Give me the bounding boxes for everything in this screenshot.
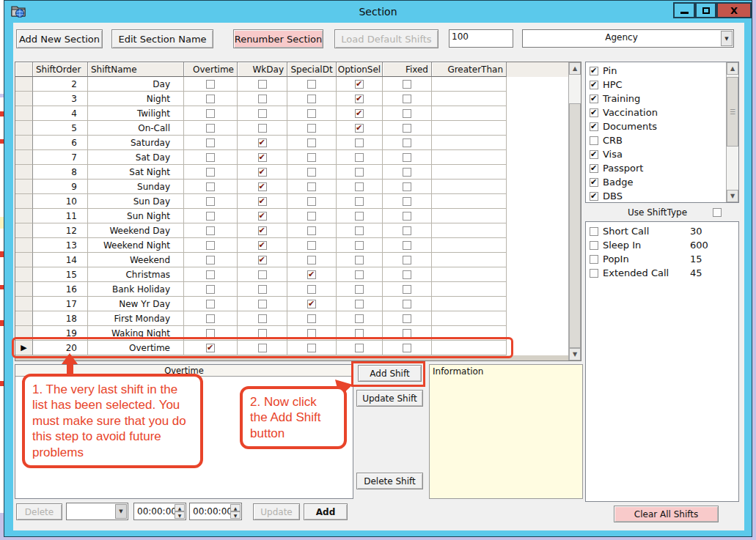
checkbox[interactable] (258, 80, 267, 89)
table-row[interactable]: 14Weekend (15, 253, 581, 267)
table-row[interactable]: 7Sat Day (15, 150, 581, 165)
maximize-button[interactable] (695, 2, 716, 18)
requirement-item[interactable]: Visa (586, 147, 738, 161)
requirement-item[interactable]: DBS (586, 189, 738, 203)
checkbox[interactable] (258, 285, 267, 294)
shift-type-item[interactable]: PopIn15 (586, 252, 738, 266)
spinner-up-icon[interactable]: ▲ (175, 504, 185, 511)
row-selector[interactable] (15, 267, 33, 282)
checkbox[interactable] (590, 67, 598, 75)
checkbox[interactable] (403, 314, 411, 323)
column-header[interactable]: ShiftName (88, 62, 184, 77)
checkbox[interactable] (355, 329, 364, 338)
row-selector[interactable] (15, 253, 33, 267)
table-row[interactable]: 17New Yr Day (15, 297, 581, 311)
checkbox[interactable] (307, 226, 316, 235)
scroll-down-icon[interactable]: ▼ (569, 348, 581, 360)
checkbox[interactable] (355, 256, 364, 265)
shift-combo[interactable]: ▼ (66, 503, 128, 520)
checkbox[interactable] (206, 168, 215, 177)
checkbox[interactable] (258, 329, 267, 338)
checkbox[interactable] (590, 227, 598, 236)
column-header[interactable]: ShiftOrder (33, 62, 88, 77)
checkbox[interactable] (206, 241, 215, 250)
shift-type-item[interactable]: Short Call30 (586, 224, 738, 238)
checkbox[interactable] (206, 329, 215, 338)
table-row[interactable]: 9Sunday (15, 180, 581, 194)
checkbox[interactable] (258, 124, 267, 133)
scroll-up-icon[interactable]: ▲ (569, 62, 581, 75)
column-header[interactable]: GreaterThan (432, 62, 507, 77)
minimize-button[interactable] (673, 2, 695, 18)
time-to-spinner[interactable]: 00:00:00 ▲ ▼ (189, 503, 242, 520)
checkbox[interactable] (206, 124, 215, 133)
checkbox[interactable] (258, 153, 267, 162)
time-from-spinner[interactable]: 00:00:00 ▲ ▼ (133, 503, 186, 520)
row-selector[interactable] (15, 297, 33, 311)
requirement-item[interactable]: HPC (586, 78, 738, 92)
checkbox[interactable] (403, 329, 411, 338)
checkbox[interactable] (355, 182, 364, 191)
checkbox[interactable] (403, 80, 411, 89)
checkbox[interactable] (403, 270, 411, 279)
row-selector[interactable] (15, 282, 33, 297)
dropdown-arrow-icon[interactable]: ▼ (721, 31, 733, 46)
checkbox[interactable] (206, 285, 215, 294)
table-row[interactable]: 12Weekend Day (15, 223, 581, 238)
column-header[interactable]: Fixed (383, 62, 432, 77)
checkbox[interactable] (307, 138, 316, 147)
update-shift-button[interactable]: Update Shift (356, 390, 423, 407)
checkbox[interactable] (258, 212, 267, 221)
table-row[interactable]: 6Saturday (15, 136, 581, 150)
checkbox[interactable] (258, 256, 267, 265)
checkbox[interactable] (307, 256, 316, 265)
checkbox[interactable] (355, 270, 364, 279)
checkbox[interactable] (403, 109, 411, 118)
row-selector[interactable] (15, 238, 33, 253)
checkbox[interactable] (590, 95, 598, 103)
checkbox[interactable] (206, 138, 215, 147)
checkbox[interactable] (590, 136, 598, 145)
checkbox[interactable] (355, 80, 364, 89)
checkbox[interactable] (307, 109, 316, 118)
checkbox[interactable] (355, 212, 364, 221)
add-button[interactable]: Add (304, 503, 348, 520)
checkbox[interactable] (355, 197, 364, 206)
row-selector[interactable] (15, 223, 33, 238)
checkbox[interactable] (307, 124, 316, 133)
checkbox[interactable] (206, 212, 215, 221)
agency-dropdown[interactable]: Agency ▼ (522, 29, 734, 48)
checkbox[interactable] (590, 255, 598, 264)
checkbox[interactable] (355, 285, 364, 294)
row-selector[interactable] (15, 165, 33, 180)
checkbox[interactable] (307, 270, 316, 279)
checkbox[interactable] (403, 153, 411, 162)
checkbox[interactable] (355, 168, 364, 177)
checkbox[interactable] (258, 270, 267, 279)
use-shifttype-checkbox[interactable] (713, 208, 722, 217)
requirement-item[interactable]: Pin (586, 64, 738, 78)
checkbox[interactable] (307, 285, 316, 294)
row-selector[interactable] (15, 106, 33, 121)
checkbox[interactable] (355, 300, 364, 308)
table-row[interactable]: 11Sun Night (15, 209, 581, 223)
checkbox[interactable] (307, 314, 316, 323)
checkbox[interactable] (206, 182, 215, 191)
checkbox[interactable] (355, 314, 364, 323)
checkbox[interactable] (206, 226, 215, 235)
requirement-item[interactable]: CRB (586, 133, 738, 147)
table-row[interactable]: 8Sat Night (15, 165, 581, 180)
scroll-down-icon[interactable]: ▼ (727, 190, 738, 202)
checkbox[interactable] (355, 226, 364, 235)
row-selector[interactable] (15, 194, 33, 209)
checkbox[interactable] (307, 197, 316, 206)
checkbox[interactable] (403, 182, 411, 191)
checkbox[interactable] (590, 241, 598, 250)
shift-type-item[interactable]: Sleep In600 (586, 238, 738, 252)
checkbox[interactable] (307, 95, 316, 103)
checkbox[interactable] (206, 95, 215, 103)
checkbox[interactable] (258, 109, 267, 118)
clear-all-shifts-button[interactable]: Clear All Shifts (614, 506, 719, 522)
checkbox[interactable] (355, 109, 364, 118)
checkbox[interactable] (258, 300, 267, 308)
